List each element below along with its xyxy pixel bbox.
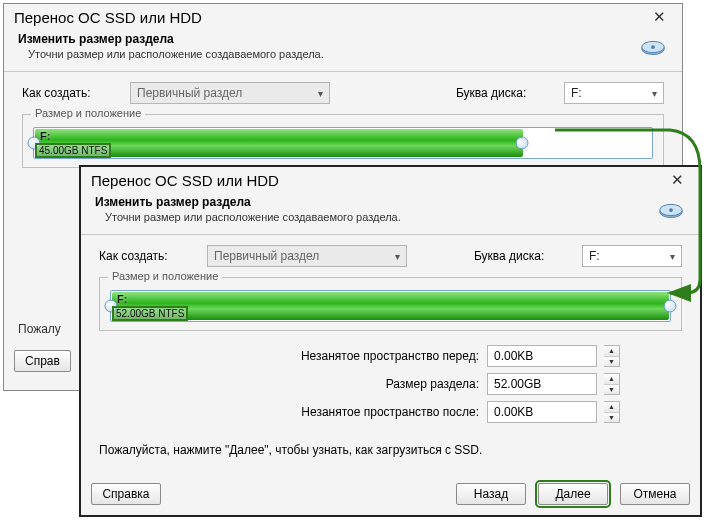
- fieldset-legend: Размер и положение: [108, 270, 222, 282]
- drive-label: Буква диска:: [474, 249, 564, 263]
- cancel-button[interactable]: Отмена: [620, 483, 690, 505]
- slider-handle-right[interactable]: [516, 137, 529, 150]
- header-subtitle: Изменить размер раздела: [18, 32, 324, 46]
- after-label: Незанятое пространство после:: [121, 405, 479, 419]
- before-label: Незанятое пространство перед:: [121, 349, 479, 363]
- create-label: Как создать:: [22, 86, 112, 100]
- before-input[interactable]: [487, 345, 597, 367]
- spinner-down-icon[interactable]: ▼: [604, 413, 619, 423]
- next-button[interactable]: Далее: [538, 483, 608, 505]
- create-select[interactable]: Первичный раздел ▾: [207, 245, 407, 267]
- instruction-text: Пожалуйста, нажмите "Далее", чтобы узнат…: [81, 429, 700, 463]
- row-create-front: Как создать: Первичный раздел ▾ Буква ди…: [81, 235, 700, 273]
- drive-select[interactable]: F: ▾: [582, 245, 682, 267]
- before-spinner[interactable]: ▲▼: [604, 345, 620, 367]
- disk-icon: [656, 195, 686, 228]
- create-select-value: Первичный раздел: [214, 249, 319, 263]
- row-create-back: Как создать: Первичный раздел ▾ Буква ди…: [4, 72, 682, 110]
- spinner-up-icon[interactable]: ▲: [604, 346, 619, 357]
- partsize-input[interactable]: [487, 373, 597, 395]
- partition-slider-back[interactable]: F: 45.00GB NTFS: [33, 127, 653, 159]
- titlebar-back: Перенос ОС SSD или HDD ✕: [4, 4, 682, 30]
- create-label: Как создать:: [99, 249, 189, 263]
- spinner-up-icon[interactable]: ▲: [604, 402, 619, 413]
- partsize-spinner[interactable]: ▲▼: [604, 373, 620, 395]
- header-subtext: Уточни размер или расположение создаваем…: [18, 48, 324, 60]
- svg-point-5: [669, 208, 673, 212]
- instruction-partial: Пожалу: [18, 322, 61, 336]
- create-select-value: Первичный раздел: [137, 86, 242, 100]
- close-icon[interactable]: ✕: [665, 171, 690, 189]
- partsize-label: Размер раздела:: [121, 377, 479, 391]
- drive-select-value: F:: [589, 249, 600, 263]
- slider-drive-label: F:: [117, 293, 127, 305]
- svg-point-2: [651, 45, 655, 49]
- drive-select[interactable]: F: ▾: [564, 82, 664, 104]
- window-title: Перенос ОС SSD или HDD: [14, 9, 202, 26]
- close-icon[interactable]: ✕: [647, 8, 672, 26]
- partition-slider-front[interactable]: F: 52.00GB NTFS: [110, 290, 671, 322]
- slider-drive-label: F:: [40, 130, 50, 142]
- disk-icon: [638, 32, 668, 65]
- help-button[interactable]: Справка: [91, 483, 161, 505]
- chevron-down-icon: ▾: [652, 88, 657, 99]
- chevron-down-icon: ▾: [318, 88, 323, 99]
- drive-label: Буква диска:: [456, 86, 546, 100]
- header-subtext: Уточни размер или расположение создаваем…: [95, 211, 401, 223]
- slider-handle-right[interactable]: [664, 300, 677, 313]
- drive-select-value: F:: [571, 86, 582, 100]
- row-partsize: Размер раздела: ▲▼: [121, 373, 620, 395]
- spinner-down-icon[interactable]: ▼: [604, 385, 619, 395]
- help-button-partial[interactable]: Справ: [14, 350, 71, 372]
- spinner-up-icon[interactable]: ▲: [604, 374, 619, 385]
- slider-size-label: 52.00GB NTFS: [114, 308, 186, 319]
- after-input[interactable]: [487, 401, 597, 423]
- button-bar: Справка Назад Далее Отмена: [91, 483, 690, 505]
- header-front: Изменить размер раздела Уточни размер ил…: [81, 193, 700, 235]
- row-before: Незанятое пространство перед: ▲▼: [121, 345, 620, 367]
- spinner-down-icon[interactable]: ▼: [604, 357, 619, 367]
- fieldset-legend: Размер и положение: [31, 107, 145, 119]
- header-back: Изменить размер раздела Уточни размер ил…: [4, 30, 682, 72]
- size-fieldset-front: Размер и положение F: 52.00GB NTFS: [99, 277, 682, 331]
- dialog-front: Перенос ОС SSD или HDD ✕ Изменить размер…: [79, 165, 702, 517]
- window-title: Перенос ОС SSD или HDD: [91, 172, 279, 189]
- back-button[interactable]: Назад: [456, 483, 526, 505]
- titlebar-front: Перенос ОС SSD или HDD ✕: [81, 167, 700, 193]
- slider-size-label: 45.00GB NTFS: [37, 145, 109, 156]
- after-spinner[interactable]: ▲▼: [604, 401, 620, 423]
- header-subtitle: Изменить размер раздела: [95, 195, 401, 209]
- slider-fill: [112, 292, 669, 320]
- chevron-down-icon: ▾: [395, 251, 400, 262]
- row-after: Незанятое пространство после: ▲▼: [121, 401, 620, 423]
- chevron-down-icon: ▾: [670, 251, 675, 262]
- create-select[interactable]: Первичный раздел ▾: [130, 82, 330, 104]
- size-fieldset-back: Размер и положение F: 45.00GB NTFS: [22, 114, 664, 168]
